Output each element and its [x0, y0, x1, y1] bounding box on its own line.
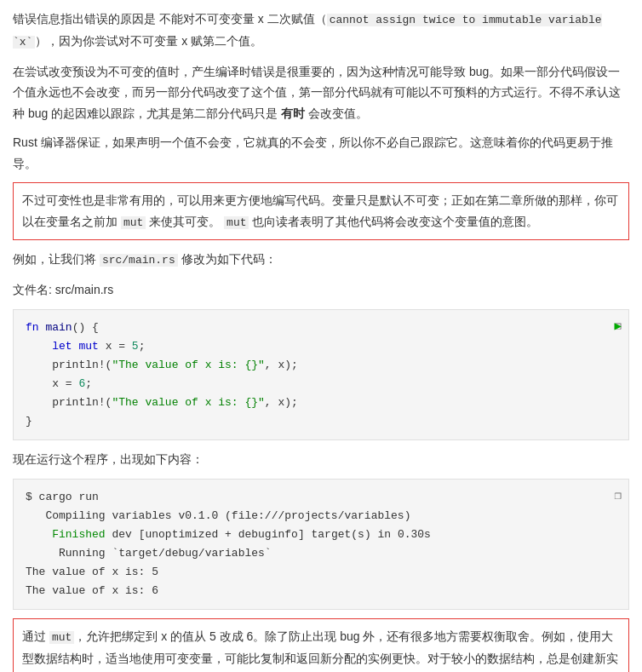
run-intro-para: 现在运行这个程序，出现如下内容： — [13, 449, 629, 470]
mutability-text: 不过可变性也是非常有用的，可以用来更方便地编写代码。变量只是默认不可变；正如在第… — [22, 193, 618, 228]
copy-terminal-icon[interactable]: ❐ — [615, 486, 622, 507]
code-block: ❐ ▶ fn main() { let mut x = 5; println!(… — [13, 309, 629, 441]
code-section: ❐ ▶ fn main() { let mut x = 5; println!(… — [13, 309, 629, 441]
compile-error-note-para: 在尝试改变预设为不可变的值时，产生编译时错误是很重要的，因为这种情况可能导致 b… — [13, 61, 629, 124]
example-intro-para: 例如，让我们将 src/main.rs 修改为如下代码： — [13, 249, 629, 271]
code-line-1: fn main() { — [26, 319, 616, 337]
code-line-6: } — [26, 412, 616, 431]
conclusion-text: 通过 mut，允许把绑定到 x 的值从 5 改成 6。除了防止出现 bug 外，… — [22, 629, 618, 672]
play-code-icon[interactable]: ▶ — [615, 317, 622, 337]
mut-inline-conclusion: mut — [49, 631, 74, 644]
rust-guarantee-para: Rust 编译器保证，如果声明一个值不会变，它就真的不会变，所以你不必自己跟踪它… — [13, 132, 629, 174]
terminal-command: $ cargo run — [26, 488, 616, 507]
terminal-line-output2: The value of x is: 6 — [26, 582, 616, 600]
terminal-line-running: Running `target/debug/variables` — [26, 544, 616, 563]
error-intro-text: 错误信息指出错误的原因是 不能对不可变变量 x 二次赋值（ — [13, 12, 327, 26]
conclusion-highlight-box: 通过 mut，允许把绑定到 x 的值从 5 改成 6。除了防止出现 bug 外，… — [13, 618, 629, 672]
code-line-3: println!("The value of x is: {}", x); — [26, 356, 616, 375]
src-main-rs-inline: src/main.rs — [100, 254, 178, 267]
error-explanation-para: 错误信息指出错误的原因是 不能对不可变变量 x 二次赋值（cannot assi… — [13, 9, 629, 53]
content-area: 错误信息指出错误的原因是 不能对不可变变量 x 二次赋值（cannot assi… — [13, 9, 629, 672]
mut-keyword-inline1: mut — [121, 216, 146, 229]
code-line-2: let mut x = 5; — [26, 337, 616, 356]
terminal-line-finished: Finished dev [unoptimized + debuginfo] t… — [26, 526, 616, 544]
terminal-line-output1: The value of x is: 5 — [26, 563, 616, 582]
code-line-4: x = 6; — [26, 375, 616, 393]
sometimes-bold: 有时 — [281, 106, 305, 120]
file-label: 文件名: src/main.rs — [13, 279, 629, 301]
code-line-5: println!("The value of x is: {}", x); — [26, 393, 616, 412]
terminal-line-compiling: Compiling variables v0.1.0 (file:///proj… — [26, 507, 616, 526]
terminal-block: ❐ $ cargo run Compiling variables v0.1.0… — [13, 479, 629, 611]
mutability-highlight-box: 不过可变性也是非常有用的，可以用来更方便地编写代码。变量只是默认不可变；正如在第… — [13, 182, 629, 240]
error-suffix-text: ），因为你尝试对不可变量 x 赋第二个值。 — [35, 34, 262, 48]
mut-keyword-inline2: mut — [224, 216, 249, 229]
